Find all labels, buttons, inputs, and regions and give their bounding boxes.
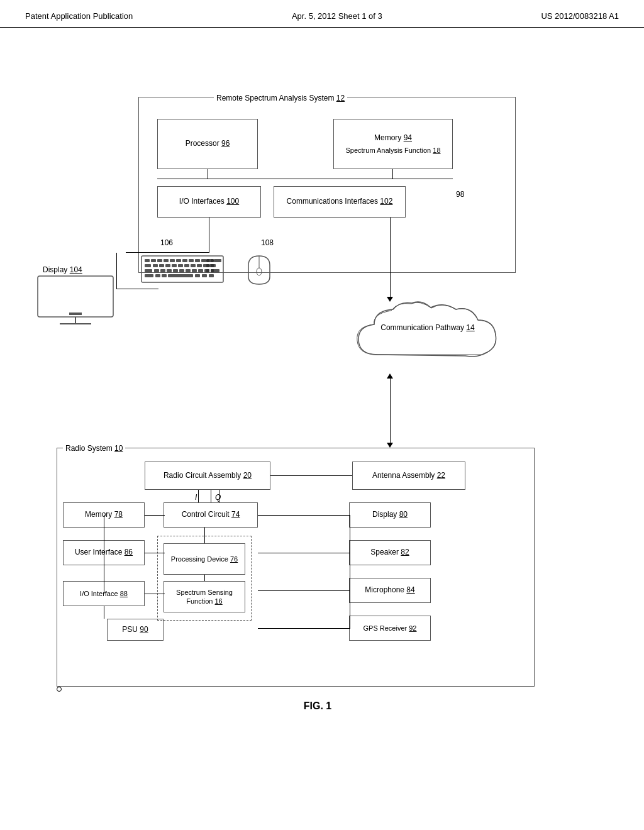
svg-rect-32 [198, 269, 203, 272]
svg-rect-42 [206, 259, 209, 262]
bus-connector-processor [208, 169, 208, 179]
display-io-v-line [116, 253, 117, 289]
memory-spectrum-box: Memory 94 Spectrum Analysis Function 18 [333, 119, 453, 169]
svg-rect-38 [168, 274, 193, 277]
bus-connector-memory [392, 169, 393, 179]
bus-ref-label: 98 [456, 190, 464, 199]
svg-rect-47 [211, 269, 214, 272]
svg-rect-19 [184, 264, 189, 267]
comm-to-cloud-line [390, 218, 391, 299]
svg-point-49 [257, 268, 262, 275]
display-label-remote: Display 104 [43, 265, 82, 274]
svg-rect-26 [160, 269, 165, 272]
remote-system-label: Remote Spectrum Analysis System 12 [214, 94, 347, 102]
svg-rect-24 [145, 269, 152, 272]
microphone-box: Microphone 84 [349, 578, 431, 603]
svg-rect-27 [167, 269, 172, 272]
header-left: Patent Application Publication [25, 11, 133, 21]
i-label: I [195, 493, 197, 502]
cloud-shape: Communication Pathway 14 [340, 298, 516, 374]
svg-rect-17 [172, 264, 177, 267]
svg-rect-46 [206, 269, 209, 272]
svg-rect-16 [165, 264, 170, 267]
svg-rect-44 [206, 264, 209, 267]
svg-rect-18 [178, 264, 183, 267]
q-label: Q [215, 493, 221, 502]
svg-rect-53 [69, 313, 82, 315]
svg-rect-36 [155, 274, 160, 277]
svg-rect-25 [154, 269, 159, 272]
svg-rect-8 [189, 259, 194, 262]
svg-rect-12 [214, 259, 221, 262]
svg-rect-20 [191, 264, 196, 267]
svg-rect-9 [195, 259, 200, 262]
psu-box: PSU 90 [107, 619, 164, 641]
cloud-to-radio-arrow-down [387, 443, 393, 448]
cloud-to-radio-arrow-up [387, 374, 393, 379]
right-vertical-connector [350, 515, 350, 628]
display-monitor-icon [35, 275, 116, 328]
processor-box: Processor 96 [157, 119, 258, 169]
svg-rect-50 [38, 276, 113, 317]
svg-rect-5 [170, 259, 175, 262]
svg-rect-35 [145, 274, 153, 277]
spectrum-to-gps-line [258, 628, 350, 629]
bus-line-h [157, 179, 453, 179]
left-vertical-connector [104, 515, 104, 594]
display-80-box: Display 80 [349, 502, 431, 528]
control-to-display-line [258, 515, 350, 516]
keyboard-icon [138, 253, 233, 287]
svg-rect-6 [176, 259, 181, 262]
ground-symbol [57, 687, 62, 692]
display-io-h-line [116, 289, 158, 289]
svg-rect-1 [145, 259, 150, 262]
comm-to-cloud-arrow [387, 297, 393, 302]
svg-rect-28 [173, 269, 178, 272]
svg-rect-45 [211, 264, 214, 267]
processor-label: Processor 96 [186, 139, 230, 149]
svg-rect-4 [164, 259, 169, 262]
svg-rect-10 [201, 259, 206, 262]
radio-system-label: Radio System 10 [63, 444, 125, 453]
svg-rect-31 [192, 269, 197, 272]
mouse-icon [245, 253, 274, 287]
gps-box: GPS Receiver 92 [349, 616, 431, 641]
speaker-box: Speaker 82 [349, 540, 431, 565]
svg-rect-39 [195, 274, 200, 277]
psu-up-line [104, 606, 104, 619]
svg-rect-37 [162, 274, 167, 277]
svg-rect-14 [153, 264, 158, 267]
svg-rect-43 [211, 259, 214, 262]
memory-ref-label: Memory 94 [374, 133, 412, 143]
header-right: US 2012/0083218 A1 [541, 11, 619, 21]
memory-to-control-line [145, 515, 165, 516]
svg-rect-3 [157, 259, 162, 262]
io-interfaces-box: I/O Interfaces 100 [157, 186, 261, 218]
comm-interfaces-box: Communications Interfaces 102 [274, 186, 406, 218]
control-circuit-box: Control Circuit 74 [164, 502, 258, 528]
svg-rect-40 [202, 274, 207, 277]
svg-rect-29 [179, 269, 184, 272]
svg-rect-13 [145, 264, 151, 267]
header-middle: Apr. 5, 2012 Sheet 1 of 3 [292, 11, 382, 21]
mouse-ref-label: 108 [261, 238, 274, 247]
diagram-area: Remote Spectrum Analysis System 12 Proce… [0, 28, 644, 782]
proc-to-mic-line [258, 590, 350, 591]
radio-circuit-box: Radio Circuit Assembly 20 [145, 462, 270, 490]
radio-to-control-line [211, 490, 211, 502]
io-to-spectrum-line [145, 594, 165, 594]
proc-spectrum-outer [157, 536, 252, 621]
svg-rect-41 [209, 274, 214, 277]
cloud-to-radio-line [390, 375, 391, 445]
ui-to-proc-line [145, 553, 165, 553]
page-header: Patent Application Publication Apr. 5, 2… [0, 0, 644, 28]
antenna-box: Antenna Assembly 22 [352, 462, 465, 490]
spectrum-fn-label: Spectrum Analysis Function 18 [345, 146, 440, 155]
figure-label: FIG. 1 [270, 700, 365, 712]
radio-to-antenna-line [270, 475, 352, 476]
proc-to-speaker-line [258, 553, 350, 553]
svg-rect-7 [182, 259, 187, 262]
svg-rect-21 [197, 264, 202, 267]
svg-rect-30 [186, 269, 191, 272]
keyboard-ref-label: 106 [160, 238, 173, 247]
